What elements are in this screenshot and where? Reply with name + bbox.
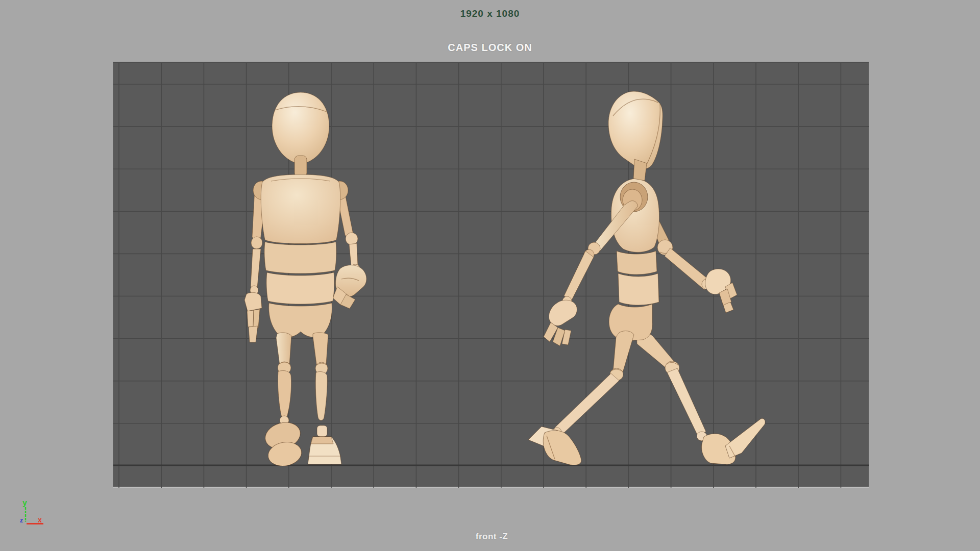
caps-lock-indicator: CAPS LOCK ON	[0, 42, 980, 54]
axis-gizmo: y z x	[15, 498, 51, 529]
3d-viewport[interactable]	[113, 62, 869, 487]
z-axis-label: z	[20, 517, 23, 524]
resolution-label: 980 x 551	[0, 8, 980, 19]
x-axis-label: x	[38, 516, 42, 524]
camera-view-label: front -Z	[114, 532, 870, 542]
screenshot-root: { "window": { "resolution_label": "1920 …	[0, 0, 980, 551]
scene-canvas	[113, 63, 869, 488]
y-axis-label: y	[22, 498, 27, 507]
mannequin-front-view	[244, 92, 366, 468]
mannequin-side-view	[528, 91, 765, 465]
